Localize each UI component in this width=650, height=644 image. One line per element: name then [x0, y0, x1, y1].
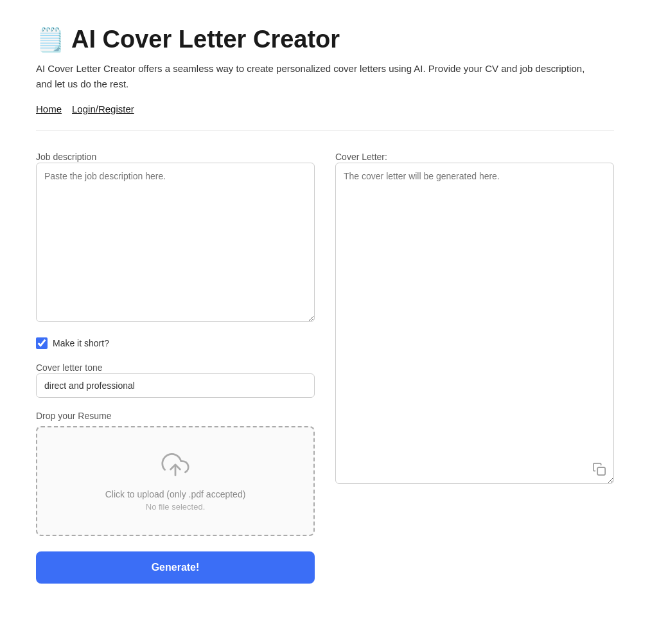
- cover-letter-textarea[interactable]: [335, 163, 614, 484]
- generate-button[interactable]: Generate!: [36, 551, 315, 584]
- app-title: 🗒️ AI Cover Letter Creator: [36, 26, 614, 53]
- drop-resume-label: Drop your Resume: [36, 411, 315, 421]
- make-short-row: Make it short?: [36, 337, 315, 349]
- cover-letter-wrapper: [335, 163, 614, 487]
- right-panel: Cover Letter:: [335, 151, 614, 487]
- nav-login-link[interactable]: Login/Register: [72, 103, 134, 114]
- upload-main-text: Click to upload (only .pdf accepted): [105, 489, 246, 499]
- main-content: Job description Make it short? Cover let…: [36, 151, 614, 584]
- nav-links: Home Login/Register: [36, 103, 614, 114]
- app-description: AI Cover Letter Creator offers a seamles…: [36, 61, 601, 92]
- upload-area[interactable]: Click to upload (only .pdf accepted) No …: [36, 426, 315, 536]
- header-section: 🗒️ AI Cover Letter Creator AI Cover Lett…: [36, 26, 614, 114]
- svg-rect-1: [597, 467, 605, 475]
- app-emoji: 🗒️: [36, 26, 65, 53]
- cover-letter-label: Cover Letter:: [335, 152, 387, 162]
- make-short-label: Make it short?: [53, 338, 109, 348]
- section-divider: [36, 130, 614, 130]
- job-description-label: Job description: [36, 152, 96, 162]
- upload-icon: [161, 451, 189, 481]
- job-description-textarea[interactable]: [36, 163, 315, 322]
- tone-input[interactable]: [36, 373, 315, 398]
- tone-label: Cover letter tone: [36, 362, 103, 373]
- nav-home-link[interactable]: Home: [36, 103, 62, 114]
- copy-icon-wrapper[interactable]: [592, 462, 606, 479]
- left-panel: Job description Make it short? Cover let…: [36, 151, 315, 584]
- make-short-checkbox[interactable]: [36, 337, 48, 349]
- upload-sub-text: No file selected.: [146, 502, 206, 512]
- app-title-text: AI Cover Letter Creator: [71, 26, 340, 53]
